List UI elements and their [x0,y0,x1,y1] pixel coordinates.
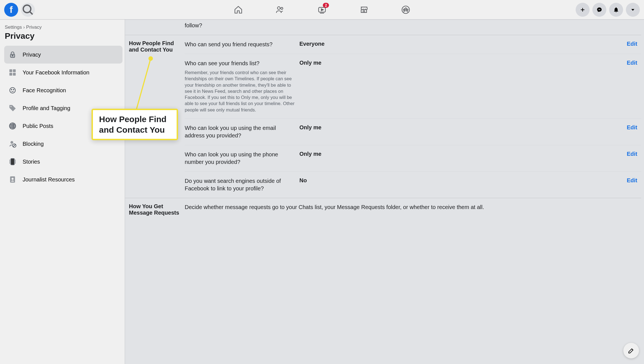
sidebar-item-stories[interactable]: Stories [4,153,122,171]
watch-badge: 2 [323,3,329,8]
left-sidebar: Settings › Privacy Privacy Privacy Your … [0,20,125,364]
svg-point-10 [407,9,408,10]
svg-point-22 [13,89,14,90]
find-contact-settings: Who can send you friend requests? Everyo… [185,35,641,198]
setting-question: Do you want search engines outside of Fa… [185,177,295,192]
svg-point-30 [11,178,14,180]
nav-home[interactable] [217,0,259,20]
svg-point-21 [11,89,12,90]
svg-point-23 [11,106,12,107]
friends-icon [275,5,285,14]
sidebar-item-public-posts[interactable]: Public Posts [4,117,122,135]
info-grid-icon [7,67,18,78]
setting-value: No [299,177,361,184]
search-icon [21,3,35,17]
svg-line-1 [30,11,33,14]
blocking-icon [7,138,18,149]
edit-link[interactable]: Edit [627,124,637,131]
sidebar-item-profile-tagging[interactable]: Profile and Tagging [4,99,122,117]
fragment-top-question: follow? [185,22,295,29]
sidebar-item-privacy[interactable]: Privacy [4,46,122,64]
header-left: f [4,3,35,17]
setting-search-engines: Do you want search engines outside of Fa… [185,171,641,198]
sidebar-item-label: Stories [23,159,40,165]
nav-friends[interactable] [259,0,301,20]
svg-rect-17 [13,69,16,72]
svg-point-20 [10,88,15,93]
lock-icon [7,49,18,60]
compose-fab[interactable] [623,343,639,358]
svg-marker-13 [631,9,635,11]
svg-point-2 [277,7,280,9]
sidebar-item-label: Journalist Resources [23,176,75,183]
section-message-requests: How You Get Message Requests Decide whet… [125,198,641,221]
plus-icon [580,7,586,13]
setting-friends-list: Who can see your friends list? Remember,… [185,54,641,118]
header-right [576,3,640,17]
sidebar-item-blocking[interactable]: Blocking [4,135,122,153]
svg-rect-16 [9,69,12,72]
setting-value: Only me [299,151,361,157]
facebook-logo[interactable]: f [4,3,18,17]
setting-question: Who can send you friend requests? [185,41,295,48]
setting-value: Only me [299,60,361,66]
sidebar-item-journalist-resources[interactable]: Journalist Resources [4,171,122,188]
nav-groups[interactable] [385,0,427,20]
sidebar-item-label: Your Facebook Information [23,69,89,76]
sidebar-item-label: Public Posts [23,123,53,129]
message-requests-intro: Decide whether message requests go to yo… [185,203,637,211]
svg-rect-28 [11,159,15,165]
setting-question: Who can look you up using the phone numb… [185,151,295,166]
content-area: Settings › Privacy Privacy Privacy Your … [0,20,644,364]
create-button[interactable] [576,3,590,17]
setting-question: Who can look you up using the email addr… [185,124,295,139]
svg-point-25 [11,141,13,144]
setting-value: Only me [299,124,361,131]
setting-description: Remember, your friends control who can s… [185,69,295,113]
svg-point-9 [403,9,405,10]
notifications-button[interactable] [609,3,623,17]
svg-point-0 [23,5,31,13]
tag-icon [7,103,18,114]
breadcrumb-leaf: Privacy [26,25,42,30]
svg-marker-5 [321,9,323,11]
breadcrumb: Settings › Privacy [4,25,122,30]
caret-down-icon [630,7,636,13]
section-heading-message-requests: How You Get Message Requests [125,198,185,221]
nav-marketplace[interactable] [343,0,385,20]
breadcrumb-root[interactable]: Settings [5,25,22,30]
edit-link[interactable]: Edit [627,41,637,47]
svg-line-27 [13,144,16,147]
sidebar-nav: Privacy Your Facebook Information Face R… [4,46,122,188]
setting-lookup-email: Who can look you up using the email addr… [185,118,641,145]
svg-point-15 [12,55,13,56]
setting-lookup-phone: Who can look you up using the phone numb… [185,145,641,171]
section-fragment-top: follow? [125,20,641,35]
sidebar-item-face-recognition[interactable]: Face Recognition [4,81,122,99]
nav-watch[interactable]: 2 [301,0,343,20]
section-find-contact: How People Find and Contact You Who can … [125,35,641,198]
messenger-button[interactable] [592,3,606,17]
sidebar-item-label: Profile and Tagging [23,105,70,111]
svg-point-8 [405,8,407,9]
section-heading-find-contact: How People Find and Contact You [125,35,185,198]
sidebar-item-label: Privacy [23,52,41,58]
edit-link[interactable]: Edit [627,151,637,157]
stories-icon [7,156,18,167]
main-settings: follow? How People Find and Contact You … [125,20,644,364]
bell-icon [613,7,619,13]
sidebar-item-label: Face Recognition [23,87,66,94]
page-title: Privacy [5,31,122,41]
groups-icon [401,5,410,14]
messenger-icon [596,7,602,13]
account-menu-button[interactable] [626,3,640,17]
sidebar-item-label: Blocking [23,141,44,147]
journalist-icon [7,174,18,185]
edit-link[interactable]: Edit [627,60,637,66]
edit-link[interactable]: Edit [627,177,637,184]
search-button[interactable] [21,3,35,17]
breadcrumb-sep: › [23,25,25,30]
top-nav: f 2 [0,0,644,20]
sidebar-item-your-information[interactable]: Your Facebook Information [4,64,122,81]
setting-friend-requests: Who can send you friend requests? Everyo… [185,35,641,54]
